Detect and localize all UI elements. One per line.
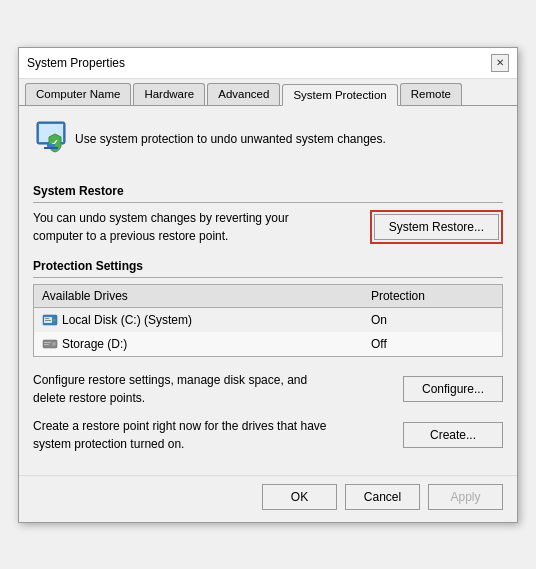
tab-advanced[interactable]: Advanced xyxy=(207,83,280,105)
system-restore-button[interactable]: System Restore... xyxy=(374,214,499,240)
restore-description: You can undo system changes by reverting… xyxy=(33,209,303,245)
tab-bar: Computer Name Hardware Advanced System P… xyxy=(19,79,517,106)
storage-disk-icon xyxy=(42,336,58,352)
svg-point-7 xyxy=(53,318,56,321)
window-title: System Properties xyxy=(27,56,125,70)
system-properties-window: System Properties ✕ Computer Name Hardwa… xyxy=(18,47,518,523)
svg-rect-13 xyxy=(44,344,49,345)
configure-row: Configure restore settings, manage disk … xyxy=(33,371,503,407)
svg-rect-3 xyxy=(47,144,55,147)
close-button[interactable]: ✕ xyxy=(491,54,509,72)
table-row: Storage (D:) Off xyxy=(34,332,503,357)
tab-remote[interactable]: Remote xyxy=(400,83,462,105)
configure-description: Configure restore settings, manage disk … xyxy=(33,371,333,407)
table-header-row: Available Drives Protection xyxy=(34,284,503,307)
local-disk-label: Local Disk (C:) (System) xyxy=(62,313,192,327)
configure-button[interactable]: Configure... xyxy=(403,376,503,402)
col-drives-header: Available Drives xyxy=(34,284,363,307)
create-row: Create a restore point right now for the… xyxy=(33,417,503,453)
create-description: Create a restore point right now for the… xyxy=(33,417,333,453)
header-section: ✓ Use system protection to undo unwanted… xyxy=(33,118,503,170)
tab-hardware[interactable]: Hardware xyxy=(133,83,205,105)
header-description: Use system protection to undo unwanted s… xyxy=(75,132,386,146)
content-area: ✓ Use system protection to undo unwanted… xyxy=(19,106,517,465)
create-button[interactable]: Create... xyxy=(403,422,503,448)
cancel-button[interactable]: Cancel xyxy=(345,484,420,510)
local-disk-protection: On xyxy=(363,307,503,332)
storage-label: Storage (D:) xyxy=(62,337,127,351)
svg-rect-12 xyxy=(44,342,51,343)
drive-name-cell: Local Disk (C:) (System) xyxy=(34,307,363,332)
system-restore-section: System Restore You can undo system chang… xyxy=(33,184,503,245)
svg-rect-4 xyxy=(44,147,58,149)
storage-drive-cell: Storage (D:) xyxy=(34,332,363,357)
restore-row: You can undo system changes by reverting… xyxy=(33,209,503,245)
svg-rect-9 xyxy=(45,320,51,321)
ok-button[interactable]: OK xyxy=(262,484,337,510)
tab-system-protection[interactable]: System Protection xyxy=(282,84,397,106)
footer: OK Cancel Apply xyxy=(19,475,517,522)
system-protection-icon: ✓ xyxy=(33,118,75,160)
system-restore-button-highlight: System Restore... xyxy=(370,210,503,244)
table-row: Local Disk (C:) (System) On xyxy=(34,307,503,332)
title-bar: System Properties ✕ xyxy=(19,48,517,79)
apply-button[interactable]: Apply xyxy=(428,484,503,510)
svg-point-11 xyxy=(52,342,56,346)
system-restore-title: System Restore xyxy=(33,184,503,203)
col-protection-header: Protection xyxy=(363,284,503,307)
protection-table: Available Drives Protection xyxy=(33,284,503,357)
tab-computer-name[interactable]: Computer Name xyxy=(25,83,131,105)
svg-rect-8 xyxy=(45,318,49,319)
protection-settings-title: Protection Settings xyxy=(33,259,503,278)
title-bar-controls: ✕ xyxy=(491,54,509,72)
storage-protection: Off xyxy=(363,332,503,357)
local-disk-icon xyxy=(42,312,58,328)
protection-settings-section: Protection Settings Available Drives Pro… xyxy=(33,259,503,357)
